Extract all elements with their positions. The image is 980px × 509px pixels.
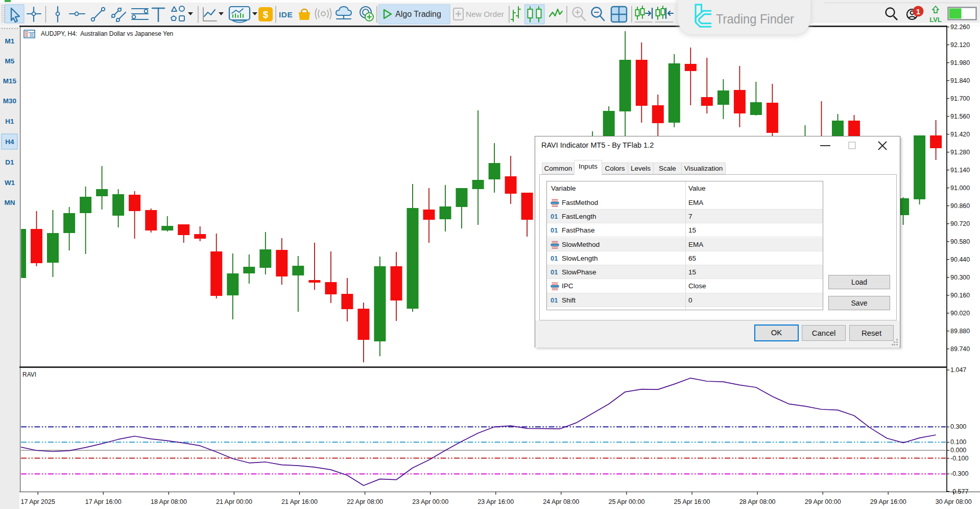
svg-text:92.120: 92.120 (950, 41, 970, 49)
svg-text:0.300: 0.300 (950, 423, 966, 430)
svg-text:0.100: 0.100 (950, 438, 966, 446)
svg-text:89.740: 89.740 (950, 345, 970, 353)
svg-text:17 Apr 16:00: 17 Apr 16:00 (85, 498, 122, 505)
svg-text:23 Apr 00:00: 23 Apr 00:00 (412, 498, 448, 505)
svg-text:91.140: 91.140 (950, 167, 970, 174)
svg-text:92.260: 92.260 (950, 24, 970, 31)
svg-text:17 Apr 2025: 17 Apr 2025 (20, 498, 55, 505)
svg-text:-0.577: -0.577 (950, 488, 968, 495)
svg-text:89.880: 89.880 (950, 328, 970, 335)
svg-text:24 Apr 08:00: 24 Apr 08:00 (543, 498, 579, 505)
svg-text:91.000: 91.000 (950, 184, 970, 192)
svg-text:MN: MN (5, 199, 15, 206)
svg-text:25 Apr 00:00: 25 Apr 00:00 (608, 498, 644, 505)
svg-text:91.280: 91.280 (950, 149, 970, 156)
svg-text:18 Apr 08:00: 18 Apr 08:00 (151, 498, 187, 505)
svg-text:H4: H4 (5, 138, 14, 146)
svg-text:LVL: LVL (929, 16, 942, 24)
svg-text:AUDJPY, H4: Australian Dollar: AUDJPY, H4: Australian Dollar vs Japanes… (41, 30, 173, 37)
svg-text:21 Apr 00:00: 21 Apr 00:00 (216, 498, 252, 505)
svg-text:21 Apr 16:00: 21 Apr 16:00 (281, 498, 318, 505)
svg-text:1: 1 (916, 7, 920, 16)
svg-text:-0.100: -0.100 (950, 455, 968, 462)
svg-text:30 Apr 08:00: 30 Apr 08:00 (936, 498, 972, 505)
svg-text:0.000: 0.000 (950, 447, 966, 454)
svg-text:91.700: 91.700 (950, 95, 970, 102)
svg-text:90.580: 90.580 (950, 238, 970, 245)
svg-text:25 Apr 16:00: 25 Apr 16:00 (674, 498, 710, 505)
svg-text:New Order: New Order (466, 10, 504, 18)
svg-text:M30: M30 (3, 97, 16, 105)
svg-text:Trading Finder: Trading Finder (716, 11, 794, 27)
svg-text:M1: M1 (5, 37, 15, 45)
svg-text:29 Apr 00:00: 29 Apr 00:00 (805, 498, 841, 505)
svg-text:1.047: 1.047 (950, 366, 966, 374)
svg-text:IDE: IDE (279, 10, 293, 19)
svg-text:90.160: 90.160 (950, 292, 970, 299)
svg-text:23 Apr 16:00: 23 Apr 16:00 (477, 498, 514, 505)
svg-text:28 Apr 08:00: 28 Apr 08:00 (739, 498, 776, 505)
svg-text:H1: H1 (5, 118, 14, 125)
svg-text:90.020: 90.020 (950, 310, 970, 317)
svg-text:91.840: 91.840 (950, 77, 970, 84)
svg-text:$: $ (263, 9, 269, 20)
svg-text:91.980: 91.980 (950, 59, 970, 66)
svg-text:90.860: 90.860 (950, 202, 970, 210)
svg-text:D1: D1 (5, 158, 14, 166)
svg-text:W1: W1 (5, 179, 15, 187)
svg-text:22 Apr 08:00: 22 Apr 08:00 (347, 498, 383, 505)
svg-text:-0.300: -0.300 (950, 470, 968, 477)
svg-text:90.720: 90.720 (950, 220, 970, 227)
svg-text:90.300: 90.300 (950, 274, 970, 281)
svg-text:91.420: 91.420 (950, 131, 970, 138)
svg-text:29 Apr 16:00: 29 Apr 16:00 (870, 498, 906, 505)
svg-text:91.560: 91.560 (950, 113, 970, 120)
svg-text:M15: M15 (3, 77, 17, 85)
svg-text:RAVI: RAVI (22, 371, 36, 378)
svg-text:M5: M5 (5, 57, 15, 65)
svg-text:Algo Trading: Algo Trading (395, 10, 441, 18)
svg-text:90.440: 90.440 (950, 256, 970, 263)
